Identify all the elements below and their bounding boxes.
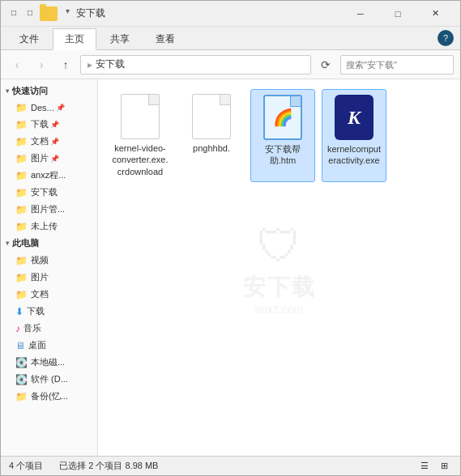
folder-icon: 📁 [15, 272, 28, 283]
title-bar: □ □ ▾ 安下载 ─ □ ✕ [1, 1, 460, 27]
folder-icon [40, 6, 58, 21]
search-box[interactable]: 🔍 [340, 55, 454, 74]
sidebar-item-music[interactable]: ♪ 音乐 [1, 320, 97, 337]
sidebar-item-backup[interactable]: 📁 备份(忆... [1, 388, 97, 405]
address-path[interactable]: ▸ 安下载 [80, 55, 311, 74]
sidebar-label: 安下载 [31, 186, 58, 198]
sidebar-item-anzaixia[interactable]: 📁 安下载 [1, 184, 97, 201]
file-name: 安下载帮助.htm [254, 143, 311, 167]
sidebar-label: 备份(忆... [31, 390, 68, 402]
tab-share[interactable]: 共享 [98, 28, 142, 49]
file-icon-exe: K [335, 95, 373, 140]
folder-icon: 📁 [15, 255, 28, 266]
window-controls: ─ □ ✕ [342, 1, 454, 27]
refresh-button[interactable]: ⟳ [316, 55, 335, 74]
status-total: 4 个项目 [9, 460, 43, 472]
sidebar-label: 本地磁... [31, 356, 65, 368]
sidebar-item-download[interactable]: 📁 下载 📌 [1, 116, 97, 133]
sidebar-label: 文档 [31, 135, 49, 147]
htm-logo: 🌈 [273, 108, 293, 127]
maximize-button[interactable]: □ [379, 1, 416, 27]
minimize-button[interactable]: ─ [342, 1, 379, 27]
ribbon: 文件 主页 共享 查看 ? [1, 27, 460, 50]
grid-view-button[interactable]: ⊞ [436, 458, 452, 474]
sidebar: ▾ 快速访问 📁 Des... 📌 📁 下载 📌 📁 文档 📌 📁 图片 📌 📁… [1, 79, 98, 456]
title-bar-icons: □ □ ▾ [7, 6, 70, 21]
address-bar: ‹ › ↑ ▸ 安下载 ⟳ 🔍 [1, 50, 460, 79]
close-button[interactable]: ✕ [416, 1, 454, 27]
window-title: 安下载 [76, 6, 342, 20]
sidebar-label: 音乐 [23, 322, 41, 334]
thispc-header[interactable]: ▾ 此电脑 [1, 235, 97, 252]
sidebar-label: Des... [31, 103, 54, 113]
pin-icon: 📌 [56, 104, 65, 112]
folder-icon: 📁 [15, 187, 28, 198]
tab-home[interactable]: 主页 [53, 28, 96, 50]
watermark-sub: anxz.com [243, 303, 316, 316]
sidebar-item-upload[interactable]: 📁 未上传 [1, 218, 97, 235]
sidebar-item-docs2[interactable]: 📁 文档 [1, 286, 97, 303]
sidebar-label: 软件 (D... [31, 373, 68, 385]
sidebar-label: 下载 [31, 118, 49, 130]
sidebar-item-anxz[interactable]: 📁 anxz程... [1, 167, 97, 184]
main-area: ▾ 快速访问 📁 Des... 📌 📁 下载 📌 📁 文档 📌 📁 图片 📌 📁… [1, 79, 460, 456]
folder-icon: 📁 [15, 391, 28, 402]
folder-icon: 📁 [15, 153, 28, 164]
tab-view[interactable]: 查看 [143, 28, 187, 49]
sidebar-item-pics2[interactable]: 📁 图片 [1, 269, 97, 286]
file-name: pnghhbd. [193, 142, 230, 154]
sidebar-item-des[interactable]: 📁 Des... 📌 [1, 100, 97, 116]
status-selected: 已选择 2 个项目 8.98 MB [59, 460, 158, 472]
ribbon-tabs: 文件 主页 共享 查看 ? [1, 27, 460, 49]
forward-button[interactable]: › [32, 55, 51, 74]
sidebar-item-video[interactable]: 📁 视频 [1, 252, 97, 269]
sidebar-item-dl2[interactable]: ⬇ 下载 [1, 303, 97, 320]
sidebar-item-docs[interactable]: 📁 文档 📌 [1, 133, 97, 150]
list-view-button[interactable]: ☰ [416, 458, 433, 474]
path-prefix: ▸ [88, 59, 92, 70]
window-icon-2: □ [23, 6, 36, 19]
quick-access-header[interactable]: ▾ 快速访问 [1, 83, 97, 100]
file-icon-htm: 🌈 [263, 95, 302, 140]
thispc-label: 此电脑 [12, 237, 39, 249]
sidebar-item-desktop[interactable]: 🖥 桌面 [1, 337, 97, 354]
file-name: kernel-video-converter.exe.crdownload [111, 142, 169, 177]
exe-logo: K [348, 107, 361, 129]
sidebar-label: anxz程... [31, 169, 66, 181]
file-item-exe[interactable]: K kernelcomputeractivity.exe [322, 89, 386, 182]
quick-access-label: 快速访问 [12, 85, 48, 97]
dropdown-arrow[interactable]: ▾ [66, 6, 70, 21]
sidebar-label: 图片 [31, 271, 49, 283]
file-item-htm[interactable]: 🌈 安下载帮助.htm [250, 89, 315, 182]
search-input[interactable] [346, 60, 458, 70]
sidebar-label: 视频 [31, 254, 49, 266]
watermark-shield: 🛡 [243, 220, 316, 272]
sidebar-item-imgmgr[interactable]: 📁 图片管... [1, 201, 97, 218]
sidebar-item-pics[interactable]: 📁 图片 📌 [1, 150, 97, 167]
sidebar-label: 图片 [31, 152, 49, 164]
file-icon-generic [121, 94, 160, 139]
folder-icon: 📁 [15, 136, 28, 147]
up-button[interactable]: ↑ [56, 55, 75, 74]
file-name: kernelcomputeractivity.exe [326, 143, 382, 167]
view-controls: ☰ ⊞ [416, 458, 452, 474]
download-icon: ⬇ [15, 306, 23, 317]
watermark: 🛡 安下载 anxz.com [243, 220, 316, 316]
sidebar-label: 桌面 [28, 339, 46, 351]
folder-icon: 📁 [15, 221, 28, 232]
path-text: 安下载 [96, 57, 125, 71]
folder-icon: 📁 [15, 204, 28, 215]
back-button[interactable]: ‹ [7, 55, 27, 74]
tab-file[interactable]: 文件 [7, 28, 51, 49]
sidebar-item-softwaredisk[interactable]: 💽 软件 (D... [1, 371, 97, 388]
content-area: 🛡 安下载 anxz.com kernel-video-converter.ex… [98, 79, 460, 456]
folder-icon: 📁 [15, 119, 28, 130]
file-item[interactable]: kernel-video-converter.exe.crdownload [108, 89, 173, 182]
folder-icon: 📁 [15, 170, 28, 181]
drive-icon: 💽 [15, 357, 28, 368]
sidebar-label: 未上传 [31, 220, 58, 232]
sidebar-item-localdisk[interactable]: 💽 本地磁... [1, 354, 97, 371]
file-item[interactable]: pnghhbd. [179, 89, 244, 182]
help-button[interactable]: ? [438, 30, 454, 46]
watermark-text: 安下载 [243, 272, 316, 303]
